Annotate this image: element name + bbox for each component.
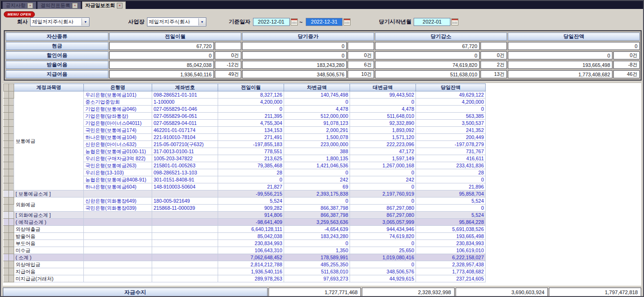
credit-amount-cell[interactable]: 0: [350, 198, 416, 205]
credit-amount-cell[interactable]: 0: [350, 183, 416, 190]
account-number-cell[interactable]: [152, 219, 218, 226]
row-indicator[interactable]: [4, 120, 9, 127]
prev-balance-cell[interactable]: 213,625: [218, 155, 284, 162]
prev-balance-cell[interactable]: 4,755,304: [218, 120, 284, 127]
account-name-cell[interactable]: 미수금: [14, 247, 84, 254]
credit-amount-cell[interactable]: 1,019,080,416: [350, 254, 416, 261]
day-balance-cell[interactable]: 200,449: [416, 134, 486, 141]
debit-amount-cell[interactable]: 1,421,046,536: [284, 162, 350, 169]
account-name-cell[interactable]: ( 예적금소계 ): [14, 219, 84, 226]
account-number-cell[interactable]: 215868-11-000039: [152, 205, 218, 212]
prev-balance-cell[interactable]: 7,062,648,452: [218, 254, 284, 261]
credit-amount-cell[interactable]: 0: [350, 169, 416, 176]
count-cell[interactable]: 10건: [348, 70, 374, 78]
credit-amount-cell[interactable]: 867,297,080: [350, 205, 416, 212]
credit-amount-cell[interactable]: 222,223,096: [350, 141, 416, 148]
bank-name-cell[interactable]: [84, 212, 152, 219]
row-indicator[interactable]: [9, 247, 14, 254]
day-balance-cell[interactable]: 5,524: [416, 198, 486, 205]
debit-amount-cell[interactable]: 0: [284, 99, 350, 106]
row-indicator[interactable]: [4, 212, 9, 219]
grid-header-cell[interactable]: 계정과목명: [14, 84, 84, 91]
bank-name-cell[interactable]: 중소기업중앙회: [84, 99, 152, 106]
row-indicator[interactable]: [9, 240, 14, 247]
account-name-cell[interactable]: 외상매입금: [14, 261, 84, 268]
row-indicator[interactable]: [9, 268, 14, 275]
count-cell[interactable]: [481, 42, 507, 50]
row-indicator[interactable]: [9, 261, 14, 268]
grid-header-cell[interactable]: 대변금액: [350, 84, 416, 91]
asset-type-cell[interactable]: 할인어음: [6, 51, 108, 59]
count-cell[interactable]: 46건: [613, 70, 640, 78]
credit-amount-cell[interactable]: 1,597,149: [350, 155, 416, 162]
row-indicator[interactable]: [9, 99, 14, 106]
prev-balance-cell[interactable]: 271,491: [218, 134, 284, 141]
tab-item[interactable]: 결의전표등록×: [37, 1, 81, 9]
day-balance-cell[interactable]: 230,834,993: [416, 240, 486, 247]
row-indicator[interactable]: [4, 113, 9, 120]
calendar-icon[interactable]: [343, 18, 351, 25]
row-indicator[interactable]: [4, 226, 9, 233]
bank-name-cell[interactable]: [84, 219, 152, 226]
account-number-cell[interactable]: 1-100000: [152, 99, 218, 106]
account-number-cell[interactable]: [152, 268, 218, 275]
amount-cell[interactable]: 74,619,820: [375, 61, 480, 69]
prev-balance-cell[interactable]: 914,806: [218, 212, 284, 219]
debit-amount-cell[interactable]: 69: [284, 183, 350, 190]
tab-close-icon[interactable]: ×: [117, 3, 122, 8]
debit-amount-cell[interactable]: 178,589,991: [284, 254, 350, 261]
debit-amount-cell[interactable]: 511,638,010: [284, 268, 350, 275]
prev-balance-cell[interactable]: 8,327,126: [218, 91, 284, 99]
row-indicator[interactable]: [4, 247, 9, 254]
bank-name-cell[interactable]: 국민은행(보통예금174): [84, 127, 152, 134]
count-cell[interactable]: 0건: [215, 51, 241, 59]
debit-amount-cell[interactable]: 91,078,123: [284, 120, 350, 127]
prev-balance-cell[interactable]: 5,524: [218, 198, 284, 205]
debit-amount-cell[interactable]: 1,800,135: [284, 155, 350, 162]
row-indicator[interactable]: [4, 155, 9, 162]
account-number-cell[interactable]: [152, 275, 218, 282]
row-indicator[interactable]: [9, 169, 14, 176]
bank-name-cell[interactable]: 신한은행(마이너스632): [84, 141, 152, 148]
calendar-icon[interactable]: [451, 18, 458, 25]
account-name-cell[interactable]: 미지급금(거래처): [14, 275, 84, 282]
day-balance-cell[interactable]: 237,214,605: [416, 275, 486, 282]
prev-balance-cell[interactable]: -99,556,215: [218, 190, 284, 198]
debit-amount-cell[interactable]: 388: [284, 148, 350, 155]
prev-balance-cell[interactable]: 289,978,263: [218, 275, 284, 282]
row-indicator[interactable]: [9, 120, 14, 127]
amount-cell[interactable]: 1,773,408,682: [508, 70, 612, 78]
day-balance-cell[interactable]: 0: [416, 176, 486, 183]
account-name-cell[interactable]: [ 외화예금소계 ]: [14, 212, 84, 219]
day-balance-cell[interactable]: 5,691,038,526: [416, 226, 486, 233]
credit-amount-cell[interactable]: 0: [350, 261, 416, 268]
row-indicator[interactable]: [9, 275, 14, 282]
tab-close-icon[interactable]: ×: [72, 3, 78, 8]
account-number-cell[interactable]: [152, 190, 218, 198]
credit-amount-cell[interactable]: 867,297,080: [350, 212, 416, 219]
bank-name-cell[interactable]: [84, 261, 152, 268]
tab-close-icon[interactable]: ×: [27, 3, 33, 8]
prev-balance-cell[interactable]: -98,641,409: [218, 219, 284, 226]
debit-amount-cell[interactable]: 1,500,078: [284, 134, 350, 141]
bank-name-cell[interactable]: 농협은행(보통예금8408-91): [84, 176, 152, 183]
amount-cell[interactable]: 67,720: [375, 42, 480, 50]
prev-balance-cell[interactable]: 230,834,993: [218, 240, 284, 247]
amount-cell[interactable]: 348,506,576: [242, 70, 347, 78]
debit-amount-cell[interactable]: 2,000,291: [284, 127, 350, 134]
prev-balance-cell[interactable]: 106,643,310: [218, 247, 284, 254]
account-name-cell[interactable]: 외상매출금: [14, 226, 84, 233]
row-indicator[interactable]: [4, 198, 9, 205]
row-indicator[interactable]: [9, 176, 14, 183]
account-number-cell[interactable]: [152, 240, 218, 247]
count-cell[interactable]: 6건: [348, 61, 374, 69]
account-number-cell[interactable]: [152, 261, 218, 268]
account-number-cell[interactable]: 215801-01-005263: [152, 162, 218, 169]
credit-amount-cell[interactable]: 25,650: [350, 247, 416, 254]
chevron-down-icon[interactable]: ▼: [82, 18, 89, 25]
prev-balance-cell[interactable]: 909,282: [218, 205, 284, 212]
prev-balance-cell[interactable]: 134,153: [218, 127, 284, 134]
bank-name-cell[interactable]: [84, 190, 152, 198]
bank-name-cell[interactable]: [84, 247, 152, 254]
amount-cell[interactable]: 0: [242, 42, 347, 50]
